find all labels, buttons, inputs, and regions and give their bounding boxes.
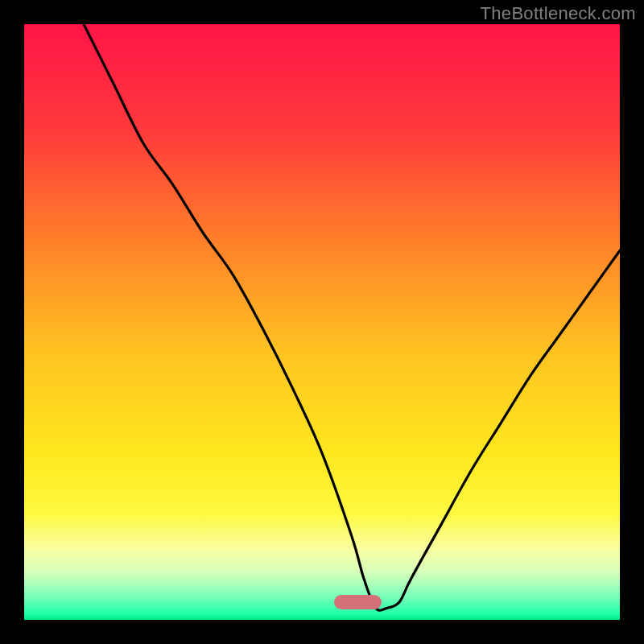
- bottleneck-curve-path: [84, 24, 620, 610]
- watermark-text: TheBottleneck.com: [481, 3, 636, 24]
- optimal-marker: [334, 595, 382, 609]
- plot-area: [24, 24, 620, 620]
- chart-container: TheBottleneck.com: [0, 0, 644, 644]
- bottleneck-curve-svg: [24, 24, 620, 620]
